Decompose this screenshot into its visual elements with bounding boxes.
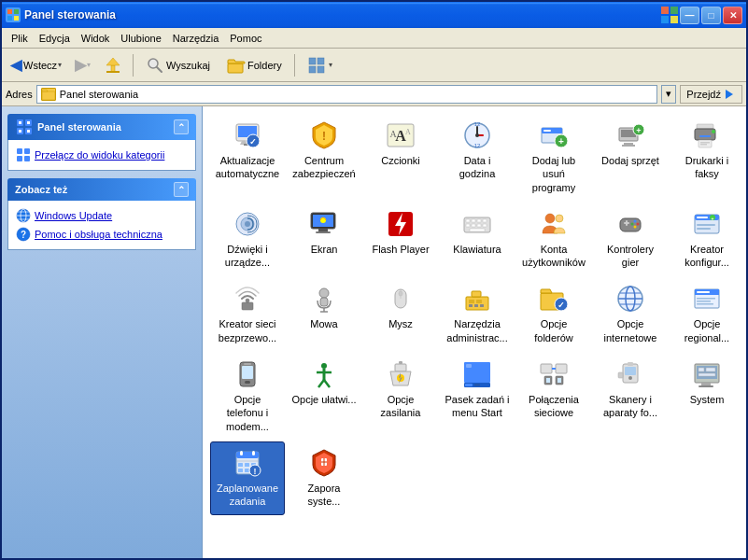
svg-rect-183 bbox=[238, 469, 243, 472]
icon-skanery[interactable]: Skanery i aparaty fo... bbox=[593, 353, 668, 440]
icon-centrum[interactable]: ! Centrum zabezpieczeń bbox=[287, 114, 361, 201]
svg-rect-155 bbox=[466, 364, 472, 368]
icon-dodaj[interactable]: + Dodaj lub usuń programy bbox=[516, 114, 591, 201]
icon-polaczenia[interactable]: Połączenia sieciowe bbox=[516, 353, 591, 440]
icon-klawiatura[interactable]: Klawiatura bbox=[440, 203, 515, 276]
icon-ekran[interactable]: Ekran bbox=[287, 203, 361, 276]
views-button[interactable]: ▾ bbox=[301, 52, 339, 78]
svg-rect-180 bbox=[238, 463, 243, 467]
svg-rect-122 bbox=[474, 304, 478, 307]
menu-help[interactable]: Pomoc bbox=[224, 31, 267, 46]
svg-point-100 bbox=[634, 225, 637, 228]
icon-kontrolery[interactable]: Kontrolery gier bbox=[593, 203, 668, 276]
icon-dzwieki[interactable]: Dźwięki i urządze... bbox=[210, 203, 285, 276]
menu-view[interactable]: Widok bbox=[76, 31, 116, 46]
icon-img-mowa bbox=[309, 284, 339, 314]
svg-marker-19 bbox=[726, 90, 733, 99]
icon-flash[interactable]: Flash Player bbox=[363, 203, 438, 276]
svg-rect-96 bbox=[626, 220, 628, 226]
help-icon: ? bbox=[16, 227, 31, 242]
icon-system[interactable]: System bbox=[670, 353, 744, 440]
svg-line-12 bbox=[157, 67, 162, 72]
icon-img-dodaj: + bbox=[539, 120, 569, 150]
address-input[interactable]: Panel sterowania bbox=[36, 85, 658, 104]
icon-drukarki[interactable]: Drukarki i faksy bbox=[670, 114, 744, 201]
address-dropdown[interactable]: ▾ bbox=[661, 85, 676, 104]
svg-text:✓: ✓ bbox=[249, 137, 257, 147]
icon-opcje-folderow[interactable]: ✓ Opcje folderów bbox=[516, 277, 591, 351]
icon-opcje-internet[interactable]: Opcje internetowe bbox=[593, 277, 668, 351]
icon-mowa[interactable]: Mowa bbox=[287, 277, 361, 351]
icon-img-zaplanowane: ! bbox=[233, 448, 262, 478]
main-content: Panel sterowania ⌃ Przełącz do widoku ka… bbox=[2, 106, 746, 558]
svg-rect-156 bbox=[541, 364, 552, 373]
svg-point-51 bbox=[475, 133, 479, 137]
svg-rect-62 bbox=[622, 145, 635, 147]
menu-file[interactable]: Plik bbox=[6, 31, 34, 46]
panel-collapse-button[interactable]: ⌃ bbox=[174, 119, 189, 134]
icon-czcionki[interactable]: A A A Czcionki bbox=[363, 114, 438, 201]
minimize-button[interactable]: — bbox=[680, 7, 699, 24]
search-button[interactable]: Wyszukaj bbox=[139, 52, 217, 78]
icon-dodaj-sprzet[interactable]: + Dodaj sprzęt bbox=[593, 114, 668, 201]
see-also-collapse-button[interactable]: ⌃ bbox=[174, 182, 189, 197]
close-button[interactable]: ✕ bbox=[723, 7, 742, 24]
icon-opcje-telefonu[interactable]: Opcje telefonu i modem... bbox=[210, 353, 285, 440]
icon-img-data: 12 12 bbox=[462, 120, 492, 150]
switch-category-link[interactable]: Przełącz do widoku kategorii bbox=[12, 146, 191, 164]
icon-img-system bbox=[692, 359, 722, 389]
views-dropdown-icon[interactable]: ▾ bbox=[329, 61, 332, 69]
icon-img-czcionki: A A A bbox=[386, 120, 416, 150]
maximize-button[interactable]: □ bbox=[701, 7, 721, 24]
icon-mysz[interactable]: Mysz bbox=[363, 277, 438, 351]
svg-rect-29 bbox=[24, 148, 30, 154]
icon-label-klawiatura: Klawiatura bbox=[453, 243, 501, 256]
icon-opcje-zasilania[interactable]: Opcje zasilania bbox=[363, 353, 438, 440]
go-button[interactable]: Przejdź bbox=[680, 85, 742, 104]
svg-line-146 bbox=[324, 380, 330, 387]
svg-rect-172 bbox=[699, 368, 704, 371]
svg-rect-65 bbox=[697, 124, 713, 129]
icon-narzedzia[interactable]: Narzędzia administrac... bbox=[440, 277, 515, 351]
sidebar: Panel sterowania ⌃ Przełącz do widoku ka… bbox=[2, 106, 203, 558]
icon-img-kreator-konfigur: + bbox=[692, 209, 722, 239]
forward-dropdown-icon[interactable]: ▾ bbox=[87, 61, 91, 69]
icon-label-kreator-konfigur: Kreator konfigur... bbox=[674, 243, 740, 270]
icon-img-centrum: ! bbox=[309, 120, 339, 150]
icon-data[interactable]: 12 12 Data i godzina bbox=[440, 114, 515, 201]
panel-header-text: Panel sterowania bbox=[37, 121, 121, 133]
svg-rect-164 bbox=[625, 367, 636, 375]
menu-tools[interactable]: Narzędzia bbox=[167, 31, 225, 46]
up-button[interactable] bbox=[99, 53, 127, 77]
svg-point-71 bbox=[712, 130, 715, 133]
icon-zaplanowane[interactable]: ! Zaplanowane zadania bbox=[210, 441, 285, 515]
svg-text:?: ? bbox=[21, 230, 26, 240]
icon-kreator-sieci[interactable]: Kreator sieci bezprzewo... bbox=[210, 277, 285, 351]
svg-rect-123 bbox=[480, 304, 484, 307]
forward-button[interactable]: ▶ ▾ bbox=[70, 53, 95, 77]
icon-aktualizacje[interactable]: ✓ Aktualizacje automatyczne bbox=[210, 114, 285, 201]
icon-opcje-regional[interactable]: Opcje regional... bbox=[670, 277, 744, 351]
windows-update-link[interactable]: Windows Update bbox=[12, 206, 191, 225]
svg-point-99 bbox=[631, 222, 634, 225]
toolbar-separator-1 bbox=[133, 54, 134, 77]
help-link[interactable]: ? Pomoc i obsługa techniczna bbox=[12, 225, 191, 244]
panel-header-left: Panel sterowania bbox=[15, 118, 121, 136]
menu-edit[interactable]: Edycja bbox=[34, 31, 76, 46]
icon-pasek-zadan[interactable]: Pasek zadań i menu Start bbox=[440, 353, 515, 440]
search-icon bbox=[146, 56, 164, 75]
icon-konta[interactable]: Konta użytkowników bbox=[516, 203, 591, 276]
icon-kreator-konfigur[interactable]: + Kreator konfigur... bbox=[670, 203, 744, 276]
folders-button[interactable]: Foldery bbox=[220, 52, 289, 78]
title-bar-icon bbox=[6, 7, 21, 22]
back-dropdown-icon[interactable]: ▾ bbox=[58, 61, 62, 69]
icon-label-narzedzia: Narzędzia administrac... bbox=[445, 317, 510, 344]
back-button[interactable]: ◀ Wstecz ▾ bbox=[6, 53, 66, 77]
icon-zapora[interactable]: Zapora syste... bbox=[287, 441, 361, 515]
main-window: Panel sterowania — □ ✕ Plik Edycja Widok… bbox=[0, 0, 748, 560]
icon-img-ekran bbox=[309, 209, 339, 239]
icon-opcje-ulatwi[interactable]: Opcje ułatwi... bbox=[287, 353, 361, 440]
icon-img-kontrolery bbox=[615, 209, 645, 239]
menu-favorites[interactable]: Ulubione bbox=[115, 31, 166, 46]
svg-rect-154 bbox=[474, 384, 480, 386]
